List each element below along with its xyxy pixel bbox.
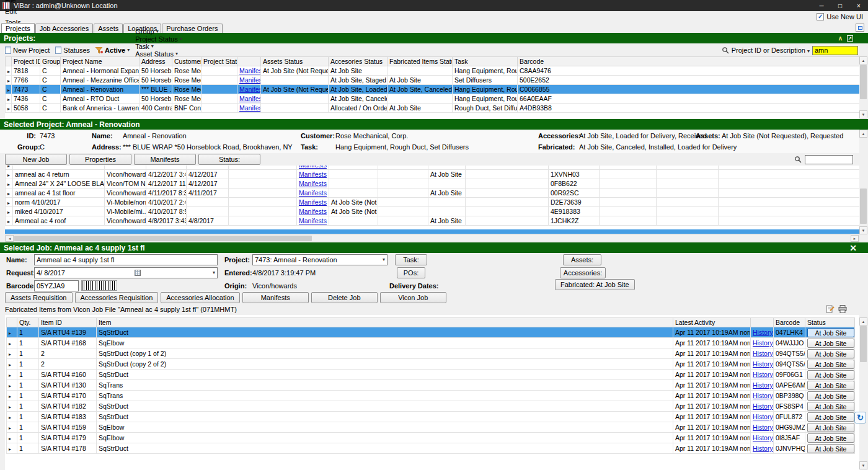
col-status[interactable]: Status bbox=[805, 318, 855, 327]
maximize-button[interactable]: □ bbox=[831, 0, 849, 11]
jobs-search-input[interactable] bbox=[805, 155, 853, 164]
project-row[interactable]: ▸ 7818 C Amneal - Hormonal Expansion 50 … bbox=[6, 66, 860, 76]
job-action-button[interactable]: Assets Requisition bbox=[5, 292, 73, 303]
fab-item-row[interactable]: ▸ 1 2 SqStrDuct (copy 1 of 2) Apr 11 201… bbox=[7, 348, 855, 359]
calendar-icon[interactable] bbox=[135, 270, 141, 276]
history-link[interactable]: History bbox=[753, 350, 773, 357]
manifests-link[interactable]: Manifests bbox=[299, 217, 327, 224]
filter-dropdown[interactable]: Project Status ▾ bbox=[135, 35, 198, 43]
close-button[interactable]: × bbox=[849, 0, 868, 11]
filter-dropdown[interactable]: Task ▾ bbox=[135, 43, 198, 50]
pos-button[interactable]: POs: bbox=[397, 267, 425, 278]
fab-item-row[interactable]: ▸ 1 S/A RTU4 #168 SqElbow Apr 11 2017 10… bbox=[7, 338, 855, 348]
projects-scrollbar[interactable]: ▲ ▼ bbox=[859, 56, 867, 118]
active-filter-dropdown[interactable]: Active ▾ bbox=[95, 47, 130, 54]
scroll-thumb[interactable] bbox=[14, 236, 312, 241]
scroll-down-icon[interactable]: ▼ bbox=[859, 110, 867, 118]
history-link[interactable]: History bbox=[753, 434, 773, 441]
col-address[interactable]: Address bbox=[140, 57, 172, 66]
item-status-button[interactable]: At Job Site bbox=[807, 339, 854, 348]
scroll-up-icon[interactable]: ▲ bbox=[859, 130, 867, 138]
manifests-link[interactable]: Manifests bbox=[239, 86, 261, 93]
col-history[interactable] bbox=[751, 318, 774, 327]
col-task[interactable]: Task bbox=[453, 57, 518, 66]
tab-job-accessories[interactable]: Job Accessories bbox=[35, 24, 93, 33]
job-row[interactable]: ▸ Ammeal ac 4 roof Vicon/howards 4/8/201… bbox=[6, 216, 860, 226]
item-status-button[interactable]: At Job Site bbox=[807, 402, 854, 411]
col-barcode[interactable]: Barcode bbox=[518, 57, 860, 66]
sync-button[interactable]: ↻ bbox=[854, 412, 866, 423]
scroll-thumb[interactable] bbox=[860, 188, 867, 224]
request-date-picker[interactable]: 4/ 8/2017 ▾ bbox=[34, 267, 218, 278]
scroll-left-icon[interactable]: ◄ bbox=[6, 235, 14, 242]
item-status-button[interactable]: At Job Site bbox=[807, 349, 854, 358]
scroll-down-icon[interactable]: ▼ bbox=[859, 461, 867, 469]
manifests-link[interactable]: Manifests bbox=[299, 189, 327, 197]
manifests-link[interactable]: Manifests bbox=[299, 180, 327, 187]
use-new-ui-toggle[interactable]: ✓ Use New UI bbox=[817, 13, 868, 20]
menu-item[interactable]: File bbox=[0, 0, 26, 6]
history-link[interactable]: History bbox=[753, 339, 773, 347]
job-project-dropdown[interactable]: 7473: Amneal - Renovation ▾ bbox=[252, 254, 388, 265]
item-status-button[interactable]: At Job Site bbox=[807, 412, 854, 422]
minimize-button[interactable]: ─ bbox=[812, 0, 831, 11]
fab-item-row[interactable]: ▸ 1 S/A RTU4 #139 SqStrDuct Apr 11 2017 … bbox=[7, 327, 855, 338]
collapse-icon[interactable]: ∧ bbox=[838, 35, 843, 42]
close-job-icon[interactable]: ✕ bbox=[849, 243, 864, 253]
fab-item-row[interactable]: ▸ 1 S/A RTU4 #170 SqTrans Apr 11 2017 10… bbox=[7, 391, 855, 401]
col-project-name[interactable]: Project Name bbox=[61, 57, 140, 66]
history-link[interactable]: History bbox=[753, 423, 773, 431]
col-item[interactable]: Item bbox=[97, 318, 673, 327]
barcode-field[interactable] bbox=[34, 280, 79, 291]
tab-assets[interactable]: Assets bbox=[94, 24, 123, 33]
project-row[interactable]: ▸ 5058 C Bank of Annerica - Lawrence 400… bbox=[6, 104, 860, 113]
manifests-link[interactable]: Manifests bbox=[299, 198, 327, 206]
manifests-link[interactable]: Manifests bbox=[239, 104, 261, 112]
manifests-link[interactable]: Manifests bbox=[239, 76, 261, 84]
item-status-button[interactable]: At Job Site bbox=[807, 360, 854, 369]
scroll-up-icon[interactable]: ▲ bbox=[859, 317, 867, 326]
popout-icon[interactable]: ↗ bbox=[847, 35, 853, 42]
history-link[interactable]: History bbox=[753, 413, 773, 420]
col-assets-status[interactable]: Assets Status bbox=[261, 57, 329, 66]
fab-item-row[interactable]: ▸ 1 S/A RTU4 #160 SqStrDuct Apr 11 2017 … bbox=[7, 370, 855, 380]
manifests-link[interactable]: Manifests bbox=[299, 208, 327, 215]
col-fabricated-status[interactable]: Fabricated Items Status bbox=[388, 57, 453, 66]
job-action-button[interactable]: Vicon Job bbox=[380, 292, 446, 303]
search-scope-dropdown[interactable]: Project ID or Description ▾ bbox=[732, 47, 810, 54]
history-link[interactable]: History bbox=[753, 360, 773, 368]
col-latest-activity[interactable]: Latest Activity bbox=[673, 318, 751, 327]
fab-item-row[interactable]: ▸ 1 S/A RTU4 #179 SqElbow Apr 11 2017 10… bbox=[7, 433, 855, 443]
item-status-button[interactable]: At Job Site bbox=[807, 381, 854, 390]
item-status-button[interactable]: At Job Site bbox=[807, 328, 854, 337]
col-accessories-status[interactable]: Accesories Status bbox=[329, 57, 388, 66]
fab-item-row[interactable]: ▸ 1 S/A RTU4 #183 SqStrDuct Apr 11 2017 … bbox=[7, 412, 855, 422]
job-row[interactable]: ▸ amneal ac 4 return Vicon/howards 4/12/… bbox=[6, 170, 860, 179]
job-row-selected-partial[interactable] bbox=[5, 229, 859, 234]
job-row[interactable]: ▸ Amneal 24" X 24" LOOSE BLA... Vicon/TO… bbox=[6, 179, 860, 188]
task-button[interactable]: Task: bbox=[395, 254, 427, 265]
item-status-button[interactable]: At Job Site bbox=[807, 444, 854, 453]
project-action-button[interactable]: Status: bbox=[198, 154, 260, 165]
fabricated-status-button[interactable]: Fabricated: At Job Site bbox=[555, 279, 635, 290]
col-barcode[interactable]: Barcode bbox=[774, 318, 805, 327]
projects-search-input[interactable] bbox=[812, 46, 858, 55]
print-icon[interactable] bbox=[838, 305, 847, 313]
menu-item[interactable]: Edit bbox=[0, 6, 26, 17]
fab-item-row[interactable]: ▸ 1 S/A RTU4 #178 SqStrDuct Apr 11 2017 … bbox=[7, 443, 855, 454]
project-row[interactable]: ▸ 7766 C Amneal - Mezzanine Offices 50 H… bbox=[6, 76, 860, 85]
col-qty[interactable]: Qty. bbox=[17, 318, 39, 327]
history-link[interactable]: History bbox=[753, 445, 773, 452]
job-action-button[interactable]: Delete Job bbox=[311, 292, 378, 303]
project-action-button[interactable]: New Job bbox=[5, 154, 67, 165]
fab-item-row[interactable]: ▸ 1 S/A RTU4 #159 SqElbow Apr 11 2017 10… bbox=[7, 422, 855, 433]
fab-item-row[interactable]: ▸ 1 S/A RTU4 #130 SqTrans Apr 11 2017 10… bbox=[7, 380, 855, 391]
job-action-button[interactable]: Accessories Requisition bbox=[75, 292, 159, 303]
statuses-button[interactable]: Statuses bbox=[55, 47, 90, 54]
assets-button[interactable]: Assets: bbox=[563, 254, 601, 265]
history-link[interactable]: History bbox=[753, 402, 773, 410]
job-action-button[interactable]: Accessories Allocation bbox=[161, 292, 239, 303]
history-link[interactable]: History bbox=[753, 392, 773, 399]
jobs-horizontal-scrollbar[interactable]: ◄ ► bbox=[5, 234, 859, 242]
col-manifests[interactable] bbox=[237, 57, 261, 66]
